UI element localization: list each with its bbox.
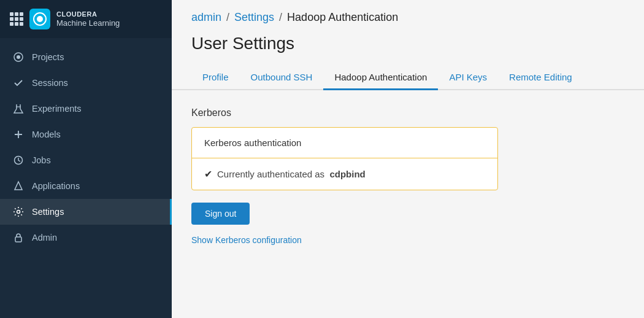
sessions-icon [12,77,25,89]
kerberos-section-title: Kerberos [191,107,624,118]
sidebar-label-admin: Admin [32,233,57,242]
brand-logo [29,9,50,29]
sidebar-label-experiments: Experiments [32,104,82,114]
tab-outbound-ssh[interactable]: Outbound SSH [240,66,324,90]
svg-point-1 [37,16,43,22]
kerberos-box: Kerberos authentication ✔ Currently auth… [191,127,498,190]
page-title: User Settings [191,34,624,53]
sidebar-label-jobs: Jobs [32,155,51,165]
breadcrumb-admin[interactable]: admin [191,11,221,24]
sidebar-label-sessions: Sessions [32,78,68,88]
tab-api-keys[interactable]: API Keys [438,66,498,90]
kerberos-status-prefix: Currently authenticated as [217,169,324,179]
tab-profile[interactable]: Profile [191,66,240,90]
breadcrumb-sep1: / [226,11,229,24]
tab-hadoop-auth[interactable]: Hadoop Authentication [323,66,438,90]
brand-bottom: Machine Learning [56,18,120,28]
models-icon [12,128,25,141]
sidebar-header: CLOUDERA Machine Learning [0,0,172,38]
kerberos-row-status: ✔ Currently authenticated as cdpbind [192,158,497,190]
sidebar-item-jobs[interactable]: Jobs [0,147,172,173]
svg-point-3 [17,55,20,59]
sidebar-item-projects[interactable]: Projects [0,44,172,70]
sidebar: CLOUDERA Machine Learning Projects Sessi… [0,0,172,318]
sidebar-item-applications[interactable]: Applications [0,173,172,199]
breadcrumb-sep2: / [279,11,282,24]
checkmark-icon: ✔ [204,168,212,180]
applications-icon [12,180,25,192]
sidebar-item-settings[interactable]: Settings [0,199,172,225]
breadcrumb-settings[interactable]: Settings [234,11,274,24]
projects-icon [12,51,25,63]
kerberos-status-text: Currently authenticated as cdpbind [217,169,366,179]
settings-icon [12,206,25,218]
experiments-icon [12,103,25,115]
brand-top: CLOUDERA [56,10,120,18]
svg-point-5 [17,133,20,136]
grid-icon[interactable] [10,12,23,26]
tab-remote-editing[interactable]: Remote Editing [498,66,583,90]
breadcrumb-current: Hadoop Authentication [287,11,398,24]
sidebar-nav: Projects Sessions Experiments Models Job… [0,38,172,318]
content-area: Kerberos Kerberos authentication ✔ Curre… [172,90,644,318]
main-content: admin / Settings / Hadoop Authentication… [172,0,644,318]
tabs-bar: ProfileOutbound SSHHadoop Authentication… [172,66,644,90]
breadcrumb: admin / Settings / Hadoop Authentication [191,11,624,24]
sidebar-item-models[interactable]: Models [0,122,172,147]
show-kerberos-config-link[interactable]: Show Kerberos configuration [191,235,302,245]
kerberos-auth-label: Kerberos authentication [204,138,301,148]
sidebar-label-settings: Settings [32,207,64,217]
topbar: admin / Settings / Hadoop Authentication… [172,0,644,66]
sidebar-item-experiments[interactable]: Experiments [0,96,172,122]
kerberos-username: cdpbind [329,169,365,179]
admin-icon [12,231,25,244]
svg-rect-8 [15,237,21,242]
kerberos-row-auth: Kerberos authentication [192,128,497,158]
sign-out-button[interactable]: Sign out [191,203,250,225]
svg-point-7 [17,211,20,214]
sidebar-item-admin[interactable]: Admin [0,225,172,250]
sidebar-item-sessions[interactable]: Sessions [0,70,172,96]
sidebar-label-models: Models [32,130,61,139]
sidebar-label-applications: Applications [32,181,80,191]
jobs-icon [12,154,25,166]
sidebar-label-projects: Projects [32,52,64,62]
brand-text: CLOUDERA Machine Learning [56,10,120,28]
